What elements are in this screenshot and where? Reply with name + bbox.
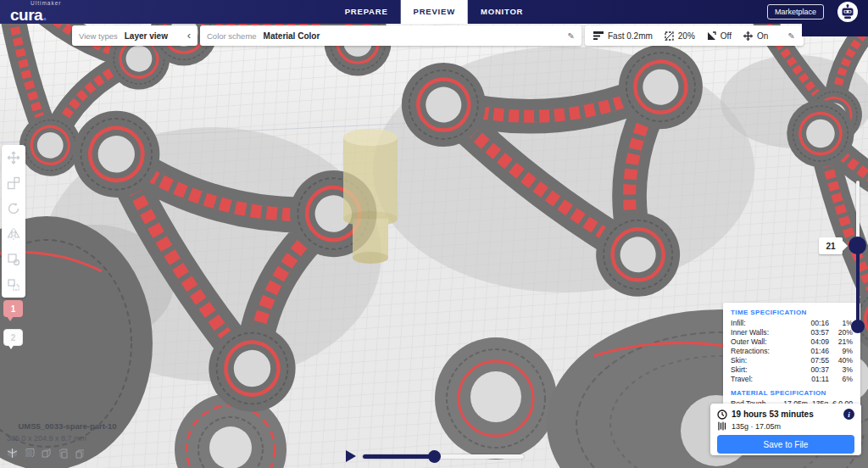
color-scheme-selector[interactable]: Color scheme Material Color ✎ [200, 25, 581, 46]
color-scheme-label: Color scheme [207, 31, 257, 41]
clock-icon [717, 410, 727, 420]
simulation-slider-track[interactable] [363, 454, 524, 459]
print-time-row: 19 hours 53 minutes i [717, 409, 854, 420]
support-setting[interactable]: Off [707, 31, 732, 41]
simulation-play-button[interactable] [346, 450, 356, 462]
stage-tabs: PREPARE PREVIEW MONITOR [332, 0, 537, 24]
save-to-file-button[interactable]: Save to File [717, 435, 854, 454]
robot-avatar-icon [839, 3, 856, 20]
marketplace-button[interactable]: Marketplace [767, 4, 824, 20]
extruder-2-marker[interactable]: 2 [3, 329, 23, 346]
move-tool-button[interactable] [2, 145, 25, 170]
print-settings-summary[interactable]: Fast 0.2mm 20% Off On ✎ [585, 25, 804, 46]
material-usage-row: 135g · 17.05m [717, 421, 854, 431]
time-spec-row: Skirt:00:373% [731, 365, 853, 375]
extruder-1-marker[interactable]: 1 [3, 300, 23, 317]
info-icon[interactable]: i [843, 409, 854, 420]
view-top-icon[interactable] [41, 448, 52, 459]
tab-preview[interactable]: PREVIEW [401, 0, 468, 24]
view-3d-icon[interactable] [7, 448, 18, 459]
time-spec-row: Retractions:01:469% [731, 347, 853, 356]
model-name-row[interactable]: ✎ UMS5_0033-spare-part-10 [7, 421, 117, 431]
tab-monitor[interactable]: MONITOR [468, 0, 536, 24]
profile-value: Fast 0.2mm [608, 31, 653, 41]
layer-profile-icon [593, 31, 604, 40]
view-types-value: Layer view [125, 31, 168, 41]
view-types-label: View types [79, 31, 118, 41]
header-corner-block [802, 24, 868, 36]
time-spec-row: Inner Walls:03:5720% [731, 328, 853, 337]
time-spec-row: Travel:01:116% [731, 375, 853, 384]
left-tool-column [2, 145, 25, 298]
cura-name-label: cura [10, 6, 42, 24]
support-blocker-button[interactable] [2, 272, 25, 298]
rename-pencil-icon[interactable]: ✎ [7, 421, 14, 431]
scale-tool-button[interactable] [2, 170, 25, 196]
support-blocker-icon [7, 278, 20, 292]
time-spec-title: TIME SPECIFICATION [731, 309, 853, 316]
adhesion-icon [743, 31, 753, 41]
view-left-icon[interactable] [58, 448, 69, 459]
color-scheme-value: Material Color [264, 31, 320, 41]
cura-logo-dot: . [42, 6, 47, 24]
top-header: Ultimakercura. PREPARE PREVIEW MONITOR M… [0, 0, 868, 24]
rotate-tool-button[interactable] [2, 196, 25, 221]
time-spec-row: Infill:00:161% [731, 319, 853, 328]
layer-slider-bottom-handle[interactable] [851, 320, 865, 333]
per-model-settings-icon [7, 253, 20, 266]
infill-icon [665, 31, 674, 41]
rotate-icon [7, 202, 20, 215]
time-spec-row: Outer Wall:04:0921% [731, 337, 853, 347]
support-icon [707, 31, 716, 41]
adhesion-value: On [757, 31, 768, 41]
layer-slider-track-lower[interactable] [856, 246, 860, 326]
view-orientation-row [7, 448, 117, 459]
move-icon [7, 151, 20, 164]
model-info-block: ✎ UMS5_0033-spare-part-10 305.0 x 204.9 … [7, 421, 117, 459]
layer-slider-handle[interactable] [849, 237, 866, 254]
mirror-tool-button[interactable] [2, 221, 25, 247]
view-types-selector[interactable]: View types Layer view ‹ [72, 25, 198, 46]
view-right-icon[interactable] [75, 448, 86, 459]
model-name: UMS5_0033-spare-part-10 [18, 421, 116, 431]
cura-logo: Ultimakercura. [10, 1, 61, 23]
tab-prepare[interactable]: PREPARE [332, 0, 401, 24]
model-dimensions: 305.0 x 204.9 x 8.7 mm [7, 434, 117, 443]
simulation-slider-progress [363, 454, 435, 459]
spool-icon [717, 421, 727, 431]
material-spec-title: MATERIAL SPECIFICATION [731, 389, 853, 397]
scale-icon [7, 176, 20, 190]
print-time-value: 19 hours 53 minutes [732, 410, 814, 419]
simulation-slider-handle[interactable] [428, 450, 441, 463]
material-usage-value: 135g · 17.05m [732, 422, 781, 431]
profile-setting[interactable]: Fast 0.2mm [593, 31, 653, 41]
mirror-icon [7, 227, 20, 241]
current-layer-badge: 21 [819, 237, 843, 254]
edit-pencil-icon[interactable]: ✎ [568, 31, 575, 41]
output-panel: 19 hours 53 minutes i 135g · 17.05m Save… [710, 404, 861, 455]
time-spec-row: Skin:07:5540% [731, 356, 853, 365]
support-value: Off [721, 31, 732, 41]
infill-setting[interactable]: 20% [665, 31, 695, 41]
chevron-left-icon[interactable]: ‹ [187, 31, 191, 40]
adhesion-setting[interactable]: On [743, 31, 768, 41]
view-front-icon[interactable] [24, 448, 35, 459]
infill-value: 20% [678, 31, 695, 41]
edit-settings-pencil-icon[interactable]: ✎ [788, 31, 795, 41]
per-model-settings-button[interactable] [2, 247, 25, 272]
account-avatar[interactable] [837, 2, 858, 22]
